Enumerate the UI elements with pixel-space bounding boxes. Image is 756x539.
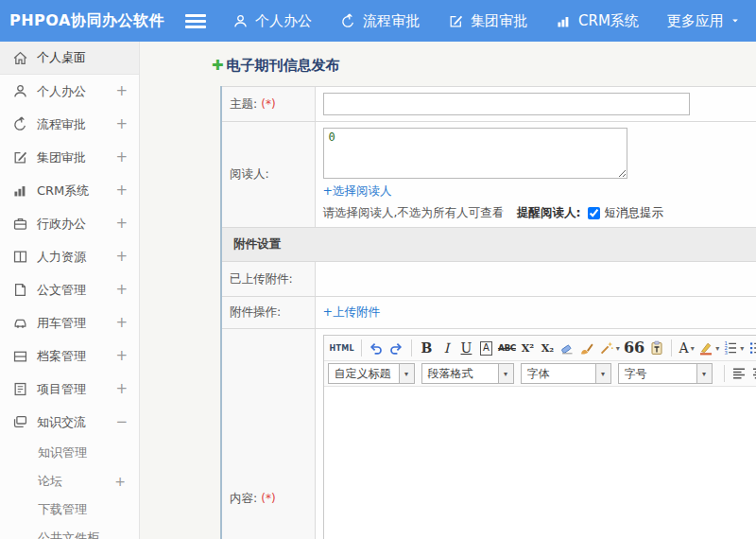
nav-more-apps[interactable]: 更多应用: [667, 12, 740, 30]
label-strikethrough-button: ABC: [498, 343, 516, 353]
highlight-color-button[interactable]: ▾: [696, 338, 721, 358]
align-left-button[interactable]: [730, 363, 749, 384]
expander-knowledge-exchange[interactable]: −: [115, 415, 128, 429]
page-title: 电子期刊信息发布: [227, 57, 340, 75]
sidebar-label-crm-system: CRM系统: [37, 183, 89, 200]
italic-button[interactable]: I: [437, 338, 456, 358]
car-icon: [12, 315, 28, 331]
label-bold-button: B: [421, 340, 433, 356]
nav-group-approval[interactable]: 集团审批: [448, 12, 527, 30]
sidebar-item-group-approval[interactable]: 集团审批+: [0, 141, 139, 174]
app-title: PHPOA协同办公软件: [0, 11, 185, 31]
caret-down-icon[interactable]: ▾: [595, 364, 610, 383]
upload-attachment-link[interactable]: +上传附件: [323, 304, 380, 321]
user-icon: [232, 13, 249, 29]
bold-button[interactable]: B: [417, 338, 437, 358]
caret-down-icon: ▾: [616, 344, 620, 353]
sidebar-item-crm-system[interactable]: CRM系统+: [0, 174, 139, 207]
sidebar-item-archive-management[interactable]: 档案管理+: [0, 339, 139, 373]
sidebar-item-personal-office[interactable]: 个人办公+: [0, 75, 139, 108]
html-source-button[interactable]: HTML: [328, 338, 356, 358]
sidebar-label-public-file-cabinet: 公共文件柜: [38, 530, 99, 539]
sidebar-label-vehicle-management: 用车管理: [37, 315, 86, 332]
expander-workflow-approval[interactable]: +: [115, 117, 128, 131]
ordered-list-button[interactable]: 123▾: [721, 338, 746, 358]
caret-down-icon[interactable]: ▾: [399, 364, 414, 383]
menu-toggle-button[interactable]: [185, 11, 210, 30]
paragraph-format-select[interactable]: 段落格式▾: [421, 363, 514, 384]
caret-down-icon[interactable]: ▾: [498, 364, 513, 383]
sidebar-label-forum: 论坛: [38, 473, 62, 490]
sidebar-item-public-file-cabinet[interactable]: 公共文件柜: [0, 524, 139, 539]
sidebar-item-human-resources[interactable]: 人力资源+: [0, 240, 139, 273]
auto-typeset-button[interactable]: ▾: [597, 338, 622, 358]
paste-text-button[interactable]: [646, 338, 666, 358]
readers-textarea[interactable]: 0: [323, 128, 627, 179]
sidebar-item-workflow-approval[interactable]: 流程审批+: [0, 108, 139, 141]
select-readers-link[interactable]: +选择阅读人: [323, 183, 392, 200]
label-font-color-button: A: [679, 340, 689, 356]
paste-icon: [649, 340, 664, 356]
font-size-select[interactable]: 字号▾: [618, 363, 713, 384]
expander-personal-office[interactable]: +: [115, 84, 128, 98]
redo-icon: [388, 340, 404, 356]
format-painter-button[interactable]: [577, 338, 597, 358]
custom-title-select[interactable]: 自定义标题▾: [328, 363, 415, 384]
font-family-select[interactable]: 字体▾: [521, 363, 611, 384]
caret-down-icon[interactable]: ▾: [696, 364, 712, 383]
remind-readers-label: 提醒阅读人:: [517, 205, 581, 221]
sidebar-item-knowledge-exchange[interactable]: 知识交流−: [0, 406, 139, 439]
doc-icon: [12, 282, 28, 298]
expander-admin-office[interactable]: +: [115, 217, 128, 231]
font-color-button[interactable]: A▾: [677, 338, 696, 358]
expander-crm-system[interactable]: +: [115, 183, 128, 198]
required-mark: (*): [261, 492, 275, 505]
flow-icon: [12, 116, 28, 132]
expander-document-management[interactable]: +: [115, 283, 128, 297]
sidebar-item-vehicle-management[interactable]: 用车管理+: [0, 306, 139, 339]
font-box-button[interactable]: A: [476, 338, 496, 358]
expander-vehicle-management[interactable]: +: [115, 316, 128, 330]
sidebar-item-knowledge-management[interactable]: 知识管理: [0, 439, 139, 467]
sidebar-item-download-management[interactable]: 下载管理: [0, 496, 139, 524]
expander-archive-management[interactable]: +: [115, 349, 128, 363]
top-nav: 个人办公流程审批集团审批CRM系统更多应用: [232, 12, 740, 30]
editor-content-area[interactable]: [324, 387, 756, 539]
redo-button[interactable]: [387, 338, 406, 358]
undo-button[interactable]: [367, 338, 387, 358]
nav-crm-system[interactable]: CRM系统: [556, 12, 639, 30]
sidebar-label-admin-office: 行政办公: [37, 216, 86, 233]
sidebar-item-document-management[interactable]: 公文管理+: [0, 273, 139, 306]
underline-button[interactable]: U: [456, 338, 476, 358]
nav-workflow-approval[interactable]: 流程审批: [340, 12, 420, 30]
expander-group-approval[interactable]: +: [115, 150, 128, 165]
sidebar-item-project-management[interactable]: 项目管理+: [0, 373, 139, 406]
label-html-source-button: HTML: [330, 344, 354, 353]
expander-project-management[interactable]: +: [115, 382, 128, 396]
sidebar-label-archive-management: 档案管理: [37, 348, 86, 365]
sidebar-label-personal-desktop: 个人桌面: [37, 49, 86, 66]
eraser-icon: [559, 340, 575, 356]
nav-label-more-apps: 更多应用: [667, 12, 724, 30]
book-icon: [12, 249, 28, 265]
blockquote-button[interactable]: 66: [622, 338, 646, 358]
strikethrough-button[interactable]: ABC: [496, 338, 518, 358]
subject-input[interactable]: [323, 93, 690, 115]
subject-label: 主题: (*): [221, 87, 315, 122]
nav-personal-office[interactable]: 个人办公: [232, 12, 312, 30]
remove-format-button[interactable]: [558, 338, 577, 358]
sms-checkbox[interactable]: [588, 207, 600, 219]
sidebar-item-admin-office[interactable]: 行政办公+: [0, 207, 139, 240]
expander-forum[interactable]: +: [114, 475, 126, 488]
superscript-button[interactable]: X²: [518, 338, 538, 358]
subscript-button[interactable]: X₂: [538, 338, 558, 358]
align-center-icon: [751, 366, 756, 381]
expander-human-resources[interactable]: +: [115, 250, 128, 264]
caret-down-icon: ▾: [691, 344, 695, 353]
caret-down-icon: [730, 16, 740, 26]
sidebar-item-personal-desktop[interactable]: 个人桌面: [0, 42, 139, 75]
brush-icon: [579, 340, 594, 356]
align-center-button[interactable]: [749, 363, 756, 384]
unordered-list-button[interactable]: [746, 338, 756, 358]
sidebar-item-forum[interactable]: 论坛+: [0, 467, 139, 496]
